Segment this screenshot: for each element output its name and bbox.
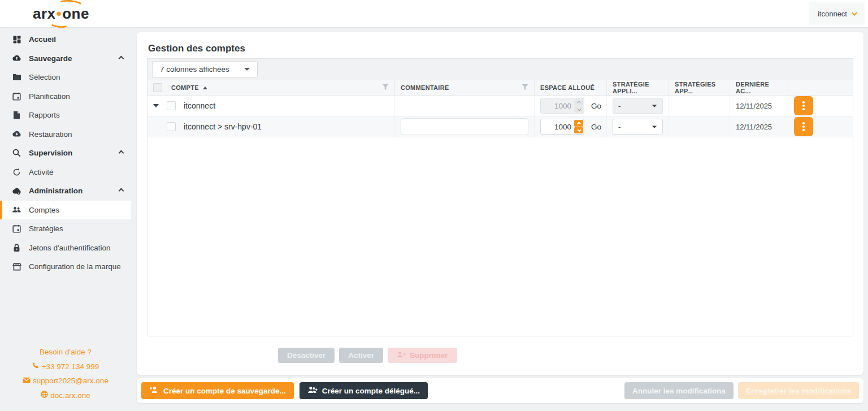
cell-account: itconnect > srv-hpv-01 bbox=[147, 116, 395, 137]
chevron-up-icon bbox=[119, 188, 124, 194]
accounts-table: 7 colonnes affichées COMPTE COMMENTAIRE … bbox=[147, 58, 853, 336]
allocated-space-stepper bbox=[540, 98, 584, 114]
help-doc-link[interactable]: doc.arx.one bbox=[0, 391, 131, 400]
cloud-download-icon bbox=[12, 130, 21, 138]
table-row: itconnect > srv-hpv-01 Go - bbox=[147, 116, 853, 137]
table-header-row: COMPTE COMMENTAIRE ESPACE ALLOUÉ STRATÉG… bbox=[147, 80, 853, 96]
sidebar-item-selection[interactable]: Sélection bbox=[0, 68, 131, 87]
cell-strategy: - bbox=[607, 116, 669, 137]
select-all-checkbox[interactable] bbox=[153, 83, 162, 92]
person-add-icon bbox=[149, 386, 159, 395]
envelope-icon bbox=[23, 377, 31, 385]
dashboard-icon bbox=[12, 35, 21, 44]
sidebar: Accueil Sauvegarde Sélection Planificati… bbox=[0, 27, 131, 411]
create-backup-account-button[interactable]: Créer un compte de sauvegarde... bbox=[141, 382, 294, 399]
help-email-link[interactable]: support2025@arx.one bbox=[0, 377, 131, 385]
row-actions-button[interactable] bbox=[794, 96, 813, 115]
cloud-upload-icon bbox=[12, 54, 21, 62]
cancel-modifications-button[interactable]: Annuler les modifications bbox=[624, 382, 734, 399]
sync-icon bbox=[12, 168, 21, 176]
sidebar-item-label: Comptes bbox=[29, 206, 123, 214]
sidebar-item-strategies[interactable]: Stratégies bbox=[0, 219, 131, 239]
header-actions bbox=[788, 80, 853, 95]
sidebar-item-label: Sauvegarde bbox=[29, 54, 112, 63]
header-compte-label: COMPTE bbox=[171, 84, 199, 91]
dropdown-arrow-icon bbox=[652, 105, 657, 107]
table-row: itconnect Go - 12/11/ bbox=[147, 96, 853, 116]
sidebar-item-label: Configuration de la marque bbox=[29, 262, 123, 271]
sidebar-item-sauvegarde[interactable]: Sauvegarde bbox=[0, 49, 131, 68]
sidebar-item-administration[interactable]: Administration bbox=[0, 181, 131, 201]
activate-button[interactable]: Activer bbox=[339, 348, 383, 363]
cell-strategies-applicables bbox=[669, 96, 730, 116]
people-icon bbox=[12, 206, 21, 213]
sidebar-item-accueil[interactable]: Accueil bbox=[0, 30, 131, 49]
globe-icon bbox=[41, 391, 48, 400]
chevron-up-icon bbox=[119, 55, 124, 61]
header-derniere-activite: DERNIÈRE AC... bbox=[730, 80, 788, 95]
sidebar-item-label: Stratégies bbox=[29, 224, 123, 233]
cell-actions bbox=[788, 96, 853, 116]
sidebar-item-activite[interactable]: Activité bbox=[0, 163, 131, 182]
deactivate-button[interactable]: Désactiver bbox=[278, 348, 335, 363]
people-add-icon bbox=[307, 386, 318, 395]
sidebar-item-comptes[interactable]: Comptes bbox=[0, 201, 131, 220]
sidebar-item-restauration[interactable]: Restauration bbox=[0, 125, 131, 144]
cloud-settings-icon bbox=[12, 187, 21, 195]
unit-label: Go bbox=[591, 123, 601, 131]
cell-account: itconnect bbox=[147, 96, 395, 116]
cell-space: Go bbox=[535, 96, 607, 116]
phone-icon bbox=[32, 362, 40, 371]
lock-icon bbox=[12, 244, 21, 252]
columns-displayed-dropdown[interactable]: 7 colonnes affichées bbox=[152, 61, 258, 78]
row-actions-button[interactable] bbox=[794, 117, 813, 136]
help-phone-link[interactable]: +33 972 134 999 bbox=[0, 362, 131, 371]
sidebar-item-label: Activité bbox=[29, 168, 123, 176]
stepper-down-icon[interactable] bbox=[574, 127, 583, 134]
create-backup-account-label: Créer un compte de sauvegarde... bbox=[163, 387, 286, 395]
row-checkbox[interactable] bbox=[167, 122, 176, 131]
sidebar-item-label: Administration bbox=[29, 187, 112, 195]
account-name: itconnect > srv-hpv-01 bbox=[184, 122, 262, 131]
sidebar-item-label: Rapports bbox=[29, 111, 123, 119]
save-modifications-button[interactable]: Enregistrer les modifications bbox=[738, 382, 859, 399]
help-doc-label: doc.arx.one bbox=[50, 391, 90, 400]
help-heading: Besoin d'aide ? bbox=[0, 348, 131, 356]
delete-button-label: Supprimer bbox=[410, 351, 448, 360]
page-title: Gestion des comptes bbox=[148, 43, 245, 54]
person-remove-icon bbox=[397, 351, 406, 360]
user-menu-label: itconnect bbox=[818, 10, 847, 18]
footer-action-bar: Créer un compte de sauvegarde... Créer u… bbox=[137, 378, 863, 403]
strategy-select[interactable]: - bbox=[613, 119, 663, 135]
sidebar-item-label: Planification bbox=[29, 92, 123, 101]
chevron-up-icon bbox=[119, 150, 124, 156]
stepper-up-icon[interactable] bbox=[574, 120, 583, 127]
sidebar-item-label: Sélection bbox=[29, 73, 123, 81]
stepper-down-icon bbox=[574, 106, 583, 113]
create-delegate-account-label: Créer un compte délégué... bbox=[322, 387, 420, 395]
sidebar-item-label: Jetons d'authentification bbox=[29, 244, 123, 252]
sidebar-item-supervision[interactable]: Supervision bbox=[0, 144, 131, 163]
row-checkbox[interactable] bbox=[167, 101, 176, 110]
expand-collapse-caret[interactable] bbox=[153, 104, 167, 107]
user-menu-button[interactable]: itconnect bbox=[809, 2, 865, 25]
sort-asc-icon[interactable] bbox=[203, 86, 207, 89]
filter-icon[interactable] bbox=[382, 84, 389, 92]
sidebar-item-configuration-marque[interactable]: Configuration de la marque bbox=[0, 257, 131, 276]
sidebar-item-rapports[interactable]: Rapports bbox=[0, 106, 131, 125]
create-delegate-account-button[interactable]: Créer un compte délégué... bbox=[300, 382, 428, 399]
folder-icon bbox=[12, 73, 21, 81]
sidebar-item-jetons[interactable]: Jetons d'authentification bbox=[0, 239, 131, 258]
sidebar-help-footer: Besoin d'aide ? +33 972 134 999 support2… bbox=[0, 342, 131, 405]
header-commentaire: COMMENTAIRE bbox=[395, 80, 535, 95]
sidebar-item-label: Accueil bbox=[29, 35, 123, 44]
arx-one-logo: arx•one bbox=[33, 4, 89, 23]
sidebar-item-planification[interactable]: Planification bbox=[0, 87, 131, 106]
header-strategies-applicables: STRATÉGIES APP... bbox=[669, 80, 730, 95]
report-file-icon bbox=[12, 111, 21, 119]
delete-button[interactable]: Supprimer bbox=[388, 348, 457, 363]
filter-icon[interactable] bbox=[522, 84, 528, 92]
cell-strategy: - bbox=[607, 96, 669, 116]
stepper-arrows bbox=[574, 120, 583, 133]
comment-input[interactable] bbox=[401, 118, 528, 135]
